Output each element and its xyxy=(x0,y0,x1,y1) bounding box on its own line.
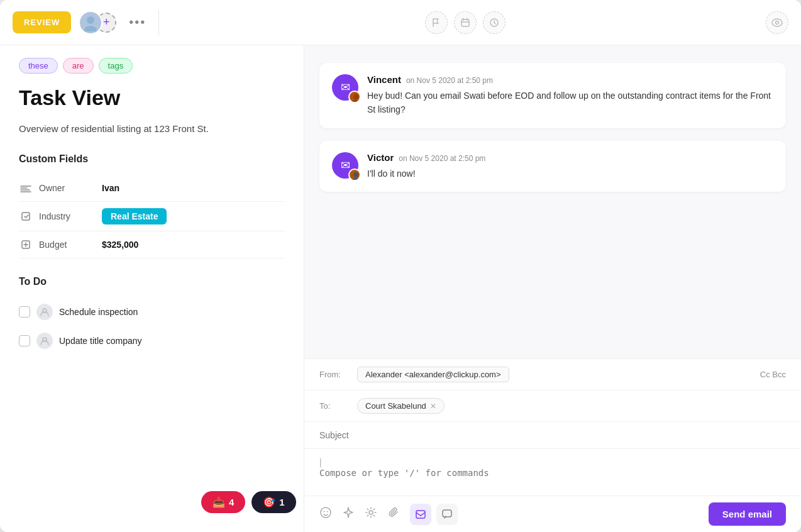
custom-fields-title: Custom Fields xyxy=(19,153,285,165)
badge-tasks[interactable]: 🎯 1 xyxy=(251,491,296,513)
to-remove-icon[interactable]: ✕ xyxy=(430,402,436,411)
left-panel: these are tags Task View Overview of res… xyxy=(0,45,304,532)
to-value: Court Skabelund xyxy=(365,401,426,411)
todo-text-1: Update title company xyxy=(59,336,142,346)
attachment-icon[interactable] xyxy=(387,506,400,522)
svg-rect-19 xyxy=(443,510,451,517)
owner-icon xyxy=(19,181,33,195)
compose-cursor: | xyxy=(319,457,322,467)
more-options-button[interactable]: ••• xyxy=(129,15,146,30)
compose-body-area[interactable]: | xyxy=(304,449,801,496)
todo-item-0: Schedule inspection xyxy=(19,297,285,326)
subject-input[interactable] xyxy=(319,430,786,440)
tag-these[interactable]: these xyxy=(19,58,58,74)
message-header-0: Vincent on Nov 5 2020 at 2:50 pm xyxy=(367,74,773,85)
badge-notifications-count: 4 xyxy=(229,497,234,507)
todo-checkbox-0[interactable] xyxy=(19,306,30,318)
svg-point-4 xyxy=(772,19,782,26)
badge-tasks-count: 1 xyxy=(279,497,284,507)
todo-avatar-0 xyxy=(36,304,53,320)
send-email-button[interactable]: Send email xyxy=(709,502,786,526)
message-text-1: I'll do it now! xyxy=(367,167,485,180)
budget-value: $325,000 xyxy=(102,240,138,250)
to-chip[interactable]: Court Skabelund ✕ xyxy=(357,398,445,414)
todo-title: To Do xyxy=(19,276,285,287)
clock-icon[interactable] xyxy=(483,11,505,34)
compose-subject-row[interactable] xyxy=(304,422,801,449)
owner-label: Owner xyxy=(39,183,96,193)
todo-item-1: Update title company xyxy=(19,326,285,355)
compose-body-input[interactable] xyxy=(319,468,786,488)
svg-point-15 xyxy=(324,511,325,513)
message-card-1: ✉ Victor on Nov 5 2020 at 2:50 pm xyxy=(319,141,786,192)
task-title: Task View xyxy=(19,85,285,111)
badge-tasks-icon: 🎯 xyxy=(263,496,275,508)
compose-mode-icons xyxy=(410,504,458,525)
custom-fields-section: Custom Fields Owner Ivan xyxy=(19,153,285,258)
sparkle-icon[interactable] xyxy=(342,506,355,522)
message-avatar-1: ✉ xyxy=(332,152,358,179)
svg-point-10 xyxy=(353,94,358,99)
main-content: these are tags Task View Overview of res… xyxy=(0,45,801,532)
svg-point-5 xyxy=(776,21,779,24)
message-sub-avatar-0 xyxy=(348,91,361,103)
todo-avatar-1 xyxy=(36,333,53,349)
review-button[interactable]: REVIEW xyxy=(13,11,71,33)
budget-icon xyxy=(19,238,33,252)
svg-point-13 xyxy=(351,178,360,181)
svg-point-14 xyxy=(321,507,331,518)
todo-checkbox-1[interactable] xyxy=(19,335,30,346)
settings-icon[interactable] xyxy=(365,506,377,522)
svg-point-1 xyxy=(84,26,97,31)
compose-toolbar: Send email xyxy=(304,496,801,532)
todo-text-0: Schedule inspection xyxy=(59,307,138,317)
svg-point-11 xyxy=(351,100,360,103)
emoji-icon[interactable] xyxy=(319,506,332,522)
industry-value: Real Estate xyxy=(102,208,167,224)
email-mode-icon[interactable] xyxy=(410,504,431,525)
from-chip: Alexander <alexander@clickup.com> xyxy=(357,367,509,382)
message-body-1: Victor on Nov 5 2020 at 2:50 pm I'll do … xyxy=(367,152,485,180)
svg-point-0 xyxy=(87,16,94,24)
right-toolbar-icons xyxy=(425,11,505,34)
svg-rect-6 xyxy=(22,213,30,220)
todo-section: To Do Schedule inspection xyxy=(19,276,285,355)
industry-label: Industry xyxy=(39,211,96,221)
chat-mode-icon[interactable] xyxy=(436,504,458,525)
email-compose: From: Alexander <alexander@clickup.com> … xyxy=(304,358,801,532)
field-row-budget: Budget $325,000 xyxy=(19,231,285,258)
eye-icon[interactable] xyxy=(766,11,788,34)
owner-value: Ivan xyxy=(102,183,119,193)
message-avatar-0: ✉ xyxy=(332,74,358,101)
calendar-icon[interactable] xyxy=(454,11,477,34)
tag-are[interactable]: are xyxy=(63,58,94,74)
message-sub-avatar-1 xyxy=(348,169,361,181)
flag-icon[interactable] xyxy=(425,11,448,34)
message-card-0: ✉ Vincent on Nov 5 2020 at 2:50 pm xyxy=(319,63,786,128)
avatar-group: + xyxy=(79,11,116,35)
tags-row: these are tags xyxy=(19,58,285,74)
badge-notifications-icon: 📥 xyxy=(213,496,225,508)
badge-notifications[interactable]: 📥 4 xyxy=(201,491,245,513)
top-bar: REVIEW + ••• xyxy=(0,0,801,45)
message-name-0: Vincent xyxy=(367,74,401,85)
message-time-1: on Nov 5 2020 at 2:50 pm xyxy=(399,154,485,163)
message-header-1: Victor on Nov 5 2020 at 2:50 pm xyxy=(367,152,485,163)
tag-tags[interactable]: tags xyxy=(99,58,133,74)
svg-point-12 xyxy=(353,172,358,177)
avatar-main xyxy=(79,11,102,35)
industry-icon xyxy=(19,209,33,223)
svg-rect-18 xyxy=(416,511,425,518)
message-text-0: Hey bud! Can you email Swati before EOD … xyxy=(367,89,773,117)
field-row-owner: Owner Ivan xyxy=(19,175,285,202)
messages-area: ✉ Vincent on Nov 5 2020 at 2:50 pm xyxy=(304,45,801,358)
cc-bcc-button[interactable]: Cc Bcc xyxy=(760,370,786,379)
svg-rect-2 xyxy=(461,19,469,26)
message-body-0: Vincent on Nov 5 2020 at 2:50 pm Hey bud… xyxy=(367,74,773,117)
svg-point-17 xyxy=(369,511,373,514)
eye-icon-wrapper xyxy=(766,11,788,34)
compose-to-row: To: Court Skabelund ✕ xyxy=(304,391,801,422)
divider xyxy=(158,10,159,35)
right-panel: ✉ Vincent on Nov 5 2020 at 2:50 pm xyxy=(304,45,801,532)
compose-from-row: From: Alexander <alexander@clickup.com> … xyxy=(304,359,801,391)
